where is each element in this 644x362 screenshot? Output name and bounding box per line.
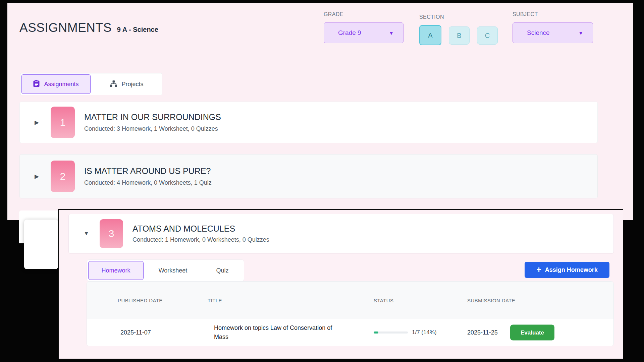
page-title: ASSIGNMENTS [19, 21, 112, 35]
tab-projects[interactable]: Projects [92, 73, 162, 95]
section-a-button[interactable]: A [419, 25, 441, 45]
tab-assignments-label: Assignments [44, 81, 78, 88]
chapter-row-2[interactable]: ▶ 2 IS MATTER AROUND US PURE? Conducted:… [19, 154, 598, 198]
chapter-detail-panel: ▼ 3 ATOMS AND MOLECULES Conducted: 1 Hom… [58, 209, 623, 359]
tab-quiz[interactable]: Quiz [201, 260, 244, 281]
published-date-cell: 2025-11-07 [120, 329, 151, 336]
subject-dropdown-value: Science [527, 29, 550, 37]
chapter-title: MATTER IN OUR SURROUNDINGS [84, 112, 221, 122]
homework-table: PUBLISHED DATE TITLE STATUS SUBMISSION D… [87, 281, 614, 346]
plus-icon: + [536, 265, 541, 274]
tab-projects-label: Projects [121, 81, 143, 88]
subject-filter-group: SUBJECT Science ▼ [513, 11, 593, 43]
header-submission-date: SUBMISSION DATE [467, 297, 515, 303]
expand-right-icon[interactable]: ▶ [35, 119, 42, 126]
screenshot-canvas: ASSIGNMENTS 9 A - Science GRADE Grade 9 … [0, 0, 644, 362]
homework-title-cell: Homework on topics Law of Conservation o… [214, 323, 340, 342]
chapter-number-badge: 2 [51, 161, 75, 192]
assign-homework-button[interactable]: + Assign Homework [525, 262, 609, 278]
tab-assignments[interactable]: Assignments [21, 74, 91, 94]
section-button-row: A B C [419, 25, 498, 45]
progress-bar-track [374, 331, 408, 334]
sitemap-icon [110, 80, 117, 88]
chapter-title: IS MATTER AROUND US PURE? [84, 166, 212, 176]
homework-table-row: 2025-11-07 Homework on topics Law of Con… [87, 319, 613, 346]
header-published-date: PUBLISHED DATE [118, 297, 163, 303]
header-status: STATUS [374, 297, 393, 303]
status-text: 1/7 (14%) [412, 329, 437, 336]
class-subject-subtitle: 9 A - Science [117, 26, 158, 34]
homework-table-header: PUBLISHED DATE TITLE STATUS SUBMISSION D… [87, 282, 613, 319]
partial-card [24, 220, 58, 269]
chapter-conducted-summary: Conducted: 1 Homework, 0 Worksheets, 0 Q… [132, 236, 269, 243]
chevron-down-icon: ▼ [389, 30, 394, 36]
grade-filter-group: GRADE Grade 9 ▼ [324, 11, 404, 43]
grade-filter-label: GRADE [324, 11, 404, 17]
section-b-button[interactable]: B [449, 26, 470, 45]
chapter-title: ATOMS AND MOLECULES [132, 224, 269, 234]
subject-dropdown[interactable]: Science ▼ [513, 22, 593, 43]
section-filter-group: SECTION A B C [419, 14, 498, 45]
detail-tab-bar: Homework Worksheet Quiz [87, 259, 244, 282]
status-cell: 1/7 (14%) [374, 329, 437, 336]
chapter-conducted-summary: Conducted: 4 Homework, 0 Worksheets, 1 Q… [84, 179, 212, 186]
progress-bar-fill [374, 331, 378, 334]
grade-dropdown[interactable]: Grade 9 ▼ [324, 22, 404, 43]
chapter-text: MATTER IN OUR SURROUNDINGS Conducted: 3 … [84, 112, 221, 132]
submission-date-cell: 2025-11-25 [467, 329, 498, 336]
main-tab-bar: Assignments Projects [20, 73, 162, 95]
section-c-button[interactable]: C [477, 26, 498, 45]
chevron-down-icon: ▼ [578, 30, 583, 36]
clipboard-icon [33, 80, 40, 88]
tab-worksheet[interactable]: Worksheet [145, 260, 201, 281]
section-filter-label: SECTION [419, 14, 498, 20]
assign-homework-label: Assign Homework [545, 266, 598, 274]
chapter-conducted-summary: Conducted: 3 Homework, 1 Worksheet, 0 Qu… [84, 125, 221, 132]
chapter-row-1[interactable]: ▶ 1 MATTER IN OUR SURROUNDINGS Conducted… [19, 102, 598, 143]
chapter-text: IS MATTER AROUND US PURE? Conducted: 4 H… [84, 166, 212, 186]
chapter-text: ATOMS AND MOLECULES Conducted: 1 Homewor… [132, 224, 269, 243]
page-header: ASSIGNMENTS 9 A - Science [19, 21, 158, 35]
tab-homework[interactable]: Homework [88, 261, 144, 280]
chapter-row-3[interactable]: ▼ 3 ATOMS AND MOLECULES Conducted: 1 Hom… [68, 214, 614, 253]
expand-right-icon[interactable]: ▶ [35, 173, 42, 180]
assignments-page-panel: ASSIGNMENTS 9 A - Science GRADE Grade 9 … [7, 3, 633, 220]
chapter-number-badge: 3 [100, 219, 123, 248]
header-title: TITLE [208, 297, 222, 303]
evaluate-button[interactable]: Evaluate [510, 325, 554, 341]
collapse-down-icon[interactable]: ▼ [84, 230, 91, 237]
subject-filter-label: SUBJECT [513, 11, 593, 17]
grade-dropdown-value: Grade 9 [338, 29, 361, 37]
chapter-number-badge: 1 [51, 107, 75, 138]
